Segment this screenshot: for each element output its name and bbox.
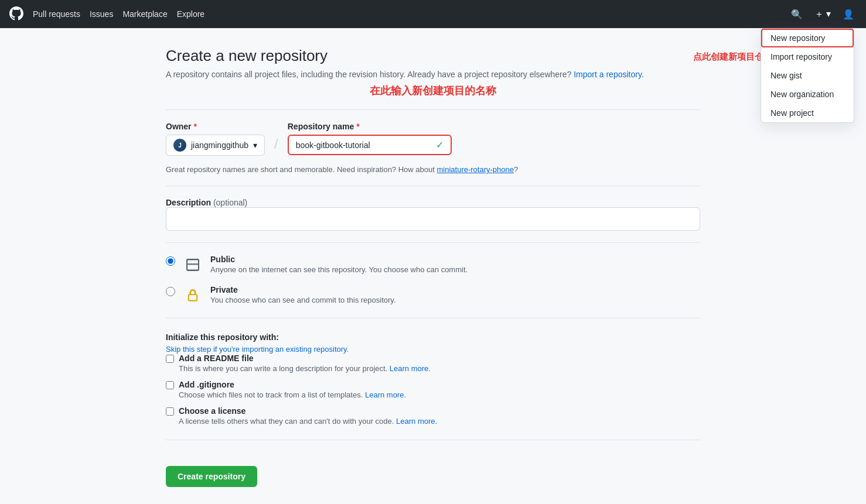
new-project-item[interactable]: New project [761,104,854,122]
repo-name-group: Repository name * ✓ [288,122,452,155]
new-repo-item[interactable]: New repository [761,29,854,47]
repo-name-input[interactable] [296,140,431,150]
section-divider-3 [166,318,700,318]
owner-repo-row: Owner * J jiangminggithub ▾ / Repository… [166,122,700,156]
description-label: Description (optional) [166,198,247,207]
import-repo-item[interactable]: Import repository [761,47,854,66]
marketplace-link[interactable]: Marketplace [122,9,167,19]
owner-label: Owner * [166,122,265,131]
avatar-icon[interactable]: 👤 [840,6,857,22]
private-icon [182,285,203,306]
create-repository-button[interactable]: Create repository [166,466,257,487]
public-radio[interactable] [166,256,175,266]
owner-name: jiangminggithub [191,140,248,150]
section-divider-2 [166,242,700,243]
description-section: Description (optional) [166,198,700,231]
private-option[interactable]: Private You choose who can see and commi… [166,285,700,306]
public-text: Public Anyone on the internet can see th… [210,255,468,274]
readme-checkbox[interactable] [166,355,174,363]
private-text: Private You choose who can see and commi… [210,285,396,304]
issues-link[interactable]: Issues [90,9,113,19]
navbar-links: Pull requests Issues Marketplace Explore [33,9,204,19]
search-icon[interactable]: 🔍 [789,6,805,22]
owner-avatar: J [173,139,186,152]
form-divider [166,109,700,110]
new-gist-item[interactable]: New gist [761,66,854,85]
path-separator: / [274,136,278,156]
suggestion-name-link[interactable]: miniature-rotary-phone [437,165,514,174]
new-org-item[interactable]: New organization [761,85,854,104]
readme-option: Add a README file This is where you can … [166,354,700,373]
navbar: Pull requests Issues Marketplace Explore… [0,0,866,28]
readme-text: Add a README file This is where you can … [179,354,431,373]
pull-requests-link[interactable]: Pull requests [33,9,80,19]
visibility-section: Public Anyone on the internet can see th… [166,255,700,306]
dropdown-menu: New repository Import repository New gis… [761,28,854,123]
gitignore-checkbox[interactable] [166,381,174,389]
repo-name-label: Repository name * [288,122,452,131]
new-item-button[interactable]: ＋ ▾ [812,6,833,23]
init-title: Initialize this repository with: [166,332,700,342]
description-input[interactable] [166,207,700,231]
gitignore-text: Add .gitignore Choose which files not to… [179,380,406,399]
page-title: Create a new repository [166,47,700,65]
public-option[interactable]: Public Anyone on the internet can see th… [166,255,700,276]
section-divider-4 [166,440,700,440]
main-content: Create a new repository A repository con… [152,28,714,504]
repo-name-input-wrapper: ✓ [288,135,452,155]
navbar-right: 🔍 ＋ ▾ 👤 [789,6,857,23]
license-option: Choose a license A license tells others … [166,406,700,426]
init-skip-link[interactable]: Skip this step if you're importing an ex… [166,345,349,354]
section-divider-1 [166,186,700,186]
init-section: Initialize this repository with: Skip th… [166,332,700,426]
readme-learn-link[interactable]: Learn more. [390,364,431,373]
owner-group: Owner * J jiangminggithub ▾ [166,122,265,156]
gitignore-learn-link[interactable]: Learn more. [365,390,406,399]
owner-dropdown-icon: ▾ [253,140,257,150]
license-learn-link[interactable]: Learn more. [396,417,437,426]
valid-check-icon: ✓ [436,139,444,150]
license-checkbox[interactable] [166,407,174,416]
gitignore-option: Add .gitignore Choose which files not to… [166,380,700,399]
owner-select[interactable]: J jiangminggithub ▾ [166,135,265,156]
private-radio[interactable] [166,287,175,296]
annotation-center: 在此输入新创建项目的名称 [166,84,700,98]
github-logo-icon[interactable] [9,6,23,22]
name-suggestion: Great repository names are short and mem… [166,165,700,174]
public-icon [182,255,203,276]
license-text: Choose a license A license tells others … [179,406,437,426]
explore-link[interactable]: Explore [177,9,204,19]
page-subtitle: A repository contains all project files,… [166,70,700,79]
import-repo-link[interactable]: Import a repository. [574,70,644,79]
